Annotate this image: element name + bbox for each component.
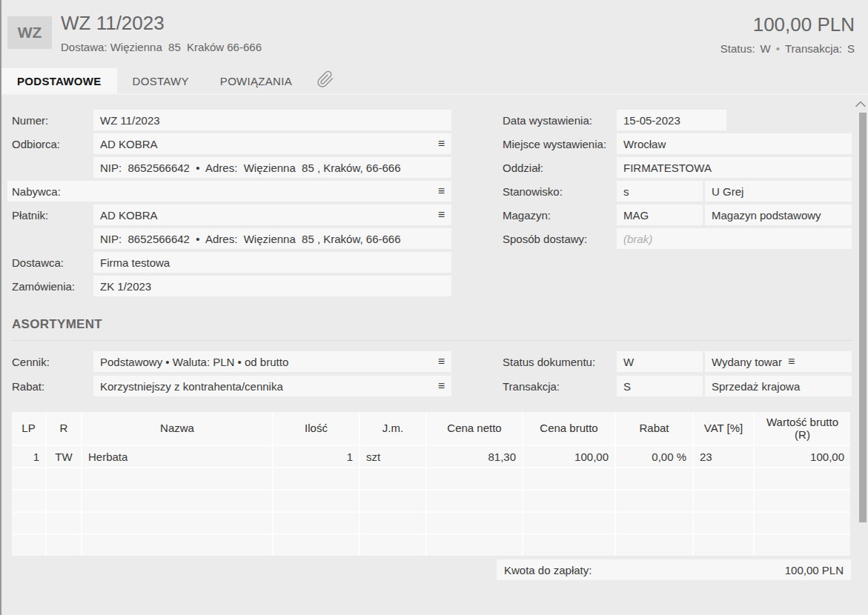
tab-dostawy[interactable]: DOSTAWY xyxy=(117,68,205,93)
item-cell-vat[interactable]: 23 xyxy=(694,446,753,467)
document-window: WZ WZ 11/2023 Dostawa: Więzienna 85 Krak… xyxy=(0,0,868,615)
empty-cell xyxy=(616,491,692,511)
tab-powiazania[interactable]: POWIĄZANIA xyxy=(205,68,308,93)
field-row-odbiorca-details: NIP: 8652566642 • Adres: Więzienna 85 , … xyxy=(12,157,451,178)
empty-cell xyxy=(82,535,272,556)
empty-cell xyxy=(12,535,45,556)
page-title: WZ 11/2023 xyxy=(61,12,165,35)
item-cell-nazwa[interactable]: Herbata xyxy=(82,446,272,467)
odbiorca-menu-icon[interactable]: ≡ xyxy=(438,138,445,150)
odbiorca-details-text: NIP: 8652566642 • Adres: Więzienna 85 , … xyxy=(100,162,445,174)
miejsce-wystawienia-input[interactable]: Wrocław xyxy=(617,133,852,154)
oddzial-input[interactable]: FIRMATESTOWA xyxy=(617,157,852,178)
nabywca-input[interactable]: ≡ xyxy=(98,181,451,202)
transakcja-code-input[interactable]: S xyxy=(617,376,703,396)
transakcja-name-input[interactable]: Sprzedaż krajowa xyxy=(705,376,852,396)
column-header-rabat[interactable]: Rabat xyxy=(616,412,692,445)
asortyment-left-column: Cennik: Podstawowy • Waluta: PLN • od br… xyxy=(12,351,451,400)
column-header-vat[interactable]: VAT [%] xyxy=(694,412,753,445)
oddzial-label: Oddział: xyxy=(503,157,617,178)
status-label: Status: xyxy=(720,42,755,55)
attachments-button[interactable] xyxy=(308,68,343,93)
document-total-amount: 100,00 PLN xyxy=(753,13,855,36)
numer-input[interactable]: WZ 11/2023 xyxy=(93,110,451,130)
spacer-label xyxy=(12,228,93,249)
stanowisko-code-input[interactable]: s xyxy=(617,181,703,202)
odbiorca-input[interactable]: AD KOBRA ≡ xyxy=(93,133,451,154)
data-wystawienia-value: 15-05-2023 xyxy=(623,114,720,127)
nabywca-label: Nabywca: xyxy=(7,181,98,202)
scrollbar-up-button[interactable] xyxy=(853,97,868,110)
numer-value: WZ 11/2023 xyxy=(100,114,445,127)
stanowisko-name-input[interactable]: U Grej xyxy=(705,181,852,202)
zamowienia-input[interactable]: ZK 1/2023 xyxy=(93,276,451,296)
status-dokumentu-menu-icon[interactable]: ≡ xyxy=(788,356,795,368)
empty-cell xyxy=(616,468,692,489)
item-cell-jm[interactable]: szt xyxy=(360,446,425,467)
dostawca-input[interactable]: Firma testowa xyxy=(93,252,451,273)
cennik-label: Cennik: xyxy=(12,351,93,372)
nabywca-menu-icon[interactable]: ≡ xyxy=(438,185,445,197)
item-cell-wartosc-brutto[interactable]: 100,00 xyxy=(755,446,850,467)
magazyn-name-input[interactable]: Magazyn podstawowy xyxy=(705,205,852,225)
empty-cell xyxy=(694,491,753,511)
field-row-oddzial: Oddział: FIRMATESTOWA xyxy=(503,157,852,178)
numer-label: Numer: xyxy=(12,110,93,130)
payment-total-value: 100,00 PLN xyxy=(785,564,844,576)
transakcja-name-value: Sprzedaż krajowa xyxy=(712,380,800,393)
rabat-value: Korzystniejszy z kontrahenta/cennika xyxy=(100,380,432,393)
column-header-cena-netto[interactable]: Cena netto xyxy=(427,412,522,445)
empty-cell xyxy=(360,535,425,556)
column-header-r[interactable]: R xyxy=(47,412,81,445)
dostawca-label: Dostawca: xyxy=(12,252,93,273)
item-cell-cena-brutto[interactable]: 100,00 xyxy=(523,446,614,467)
field-row-platnik-details: NIP: 8652566642 • Adres: Więzienna 85 , … xyxy=(12,228,451,249)
field-row-odbiorca: Odbiorca: AD KOBRA ≡ xyxy=(12,133,451,154)
platnik-input[interactable]: AD KOBRA ≡ xyxy=(93,205,451,225)
data-wystawienia-input[interactable]: 15-05-2023 xyxy=(617,110,726,130)
sposob-dostawy-input[interactable]: (brak) xyxy=(617,228,852,249)
field-row-data-wystawienia: Data wystawienia: 15-05-2023 xyxy=(503,110,852,130)
delivery-subtitle: Dostawa: Więzienna 85 Kraków 66-666 xyxy=(61,41,262,53)
magazyn-code-input[interactable]: MAG xyxy=(617,205,703,225)
sposob-dostawy-label: Sposób dostawy: xyxy=(503,228,617,249)
field-row-status-dokumentu: Status dokumentu: W Wydany towar ≡ xyxy=(503,351,852,372)
odbiorca-value: AD KOBRA xyxy=(100,138,432,150)
status-dokumentu-name-input[interactable]: Wydany towar ≡ xyxy=(705,351,852,372)
status-dokumentu-code-input[interactable]: W xyxy=(617,351,703,372)
empty-cell xyxy=(12,491,45,511)
column-header-jm[interactable]: J.m. xyxy=(360,412,425,445)
transakcja-label: Transakcja: xyxy=(503,376,617,396)
field-row-zamowienia: Zamówienia: ZK 1/2023 xyxy=(12,276,451,296)
empty-cell xyxy=(47,491,81,511)
column-header-wartosc-brutto[interactable]: Wartość brutto (R) xyxy=(755,412,850,445)
empty-cell xyxy=(755,513,850,533)
magazyn-name-value: Magazyn podstawowy xyxy=(712,209,821,222)
item-cell-ilosc[interactable]: 1 xyxy=(274,446,359,467)
platnik-menu-icon[interactable]: ≡ xyxy=(438,209,445,221)
tab-podstawowe[interactable]: PODSTAWOWE xyxy=(1,68,117,93)
rabat-input[interactable]: Korzystniejszy z kontrahenta/cennika ≡ xyxy=(93,376,451,396)
field-row-rabat: Rabat: Korzystniejszy z kontrahenta/cenn… xyxy=(12,376,451,396)
item-cell-lp[interactable]: 1 xyxy=(12,446,45,467)
status-dokumentu-name-value: Wydany towar xyxy=(712,356,782,368)
cennik-menu-icon[interactable]: ≡ xyxy=(438,356,445,368)
rabat-menu-icon[interactable]: ≡ xyxy=(438,380,445,392)
column-header-ilosc[interactable]: Ilość xyxy=(274,412,359,445)
vertical-scrollbar-thumb[interactable] xyxy=(859,113,867,522)
empty-cell xyxy=(82,468,272,489)
item-cell-r[interactable]: TW xyxy=(47,446,81,467)
column-header-nazwa[interactable]: Nazwa xyxy=(82,412,272,445)
item-cell-rabat[interactable]: 0,00 % xyxy=(616,446,692,467)
field-row-magazyn: Magazyn: MAG Magazyn podstawowy xyxy=(503,205,852,225)
tab-bar: PODSTAWOWE DOSTAWY POWIĄZANIA xyxy=(1,68,868,95)
column-header-cena-brutto[interactable]: Cena brutto xyxy=(523,412,614,445)
empty-cell xyxy=(274,468,359,489)
empty-cell xyxy=(755,491,850,511)
empty-cell xyxy=(427,535,522,556)
empty-cell xyxy=(274,491,359,511)
item-cell-cena-netto[interactable]: 81,30 xyxy=(427,446,522,467)
miejsce-wystawienia-label: Miejsce wystawienia: xyxy=(503,133,617,154)
column-header-lp[interactable]: LP xyxy=(12,412,45,445)
cennik-input[interactable]: Podstawowy • Waluta: PLN • od brutto ≡ xyxy=(93,351,451,372)
